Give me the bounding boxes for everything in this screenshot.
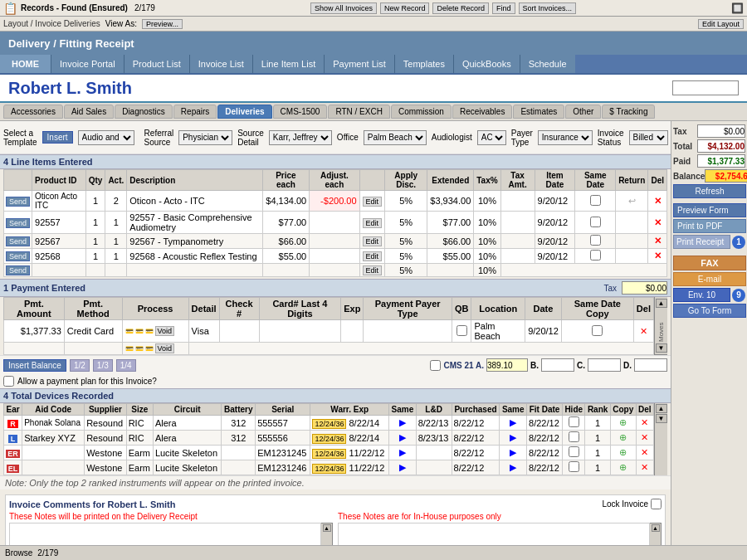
edit-layout-btn[interactable]: Edit Layout <box>698 19 744 29</box>
half-btn[interactable]: 1/2 <box>70 359 90 372</box>
tab-cms1500[interactable]: CMS-1500 <box>273 105 328 119</box>
cms-value-a[interactable] <box>486 358 528 372</box>
office-select[interactable]: Palm Beach <box>364 130 427 145</box>
del-device-3[interactable]: ✕ <box>641 447 648 457</box>
env-btn[interactable]: Env. 10 <box>673 288 730 302</box>
same-date-check-3[interactable] <box>590 235 601 246</box>
edit-btn-2[interactable]: Edit <box>363 218 383 228</box>
tab-deliveries[interactable]: Deliveries <box>217 105 271 119</box>
print-receipt-btn[interactable]: Print Receipt <box>673 235 730 249</box>
tab-repairs[interactable]: Repairs <box>173 105 217 119</box>
show-all-btn[interactable]: Show All Invoices <box>310 2 377 14</box>
tab-home[interactable]: HOME <box>0 55 51 73</box>
balance-right-value[interactable] <box>705 169 747 183</box>
tab-product-list[interactable]: Product List <box>124 55 190 73</box>
tab-quickbooks[interactable]: QuickBooks <box>454 55 520 73</box>
cms-value-b[interactable] <box>541 358 574 372</box>
tab-schedule[interactable]: Schedule <box>520 55 575 73</box>
fax-btn[interactable]: FAX <box>673 256 746 270</box>
tab-other[interactable]: Other <box>565 105 601 119</box>
delete-record-btn[interactable]: Delete Record <box>432 2 489 14</box>
quarter-btn[interactable]: 1/4 <box>116 359 136 372</box>
hide-check-4[interactable] <box>569 461 579 472</box>
tax-value[interactable] <box>622 281 667 295</box>
comments-textarea-2[interactable] <box>338 523 650 545</box>
tab-rtn-exch[interactable]: RTN / EXCH <box>328 105 390 119</box>
moves-down-btn[interactable]: ▼ <box>656 343 667 353</box>
send-btn-2[interactable]: Send <box>6 218 30 228</box>
tab-invoice-list[interactable]: Invoice List <box>190 55 253 73</box>
send-btn-3[interactable]: Send <box>6 236 30 246</box>
invoice-status-select[interactable]: Billed <box>629 130 668 145</box>
tax-right-value[interactable] <box>697 124 745 138</box>
del-device-1[interactable]: ✕ <box>641 417 648 427</box>
find-btn[interactable]: Find <box>492 2 515 14</box>
delete-icon-1[interactable]: ✕ <box>654 196 662 206</box>
tab-accessories[interactable]: Accessories <box>3 105 63 119</box>
comments-textarea-1[interactable] <box>9 523 321 545</box>
tab-payment-list[interactable]: Payment List <box>325 55 395 73</box>
same-date-copy-1[interactable] <box>592 325 603 336</box>
preview-btn[interactable]: Preview... <box>142 19 183 29</box>
total-right-value[interactable] <box>697 139 745 153</box>
referral-source-select[interactable]: Physician <box>178 130 232 145</box>
send-btn-1[interactable]: Send <box>6 197 30 207</box>
insert-balance-btn[interactable]: Insert Balance <box>3 359 66 372</box>
devices-scroll-up[interactable]: ▲ <box>656 404 667 413</box>
insert-template-btn[interactable]: Insert <box>42 131 73 144</box>
copy-icon-1[interactable]: ⊕ <box>619 417 627 427</box>
send-btn-4[interactable]: Send <box>6 251 30 261</box>
devices-scroll-down[interactable]: ▼ <box>656 414 667 423</box>
same-date-check-2[interactable] <box>590 217 601 227</box>
copy-icon-3[interactable]: ⊕ <box>619 447 627 457</box>
lock-invoice-check[interactable] <box>651 499 662 509</box>
email-btn[interactable]: E-mail <box>673 272 746 286</box>
tab-tracking[interactable]: $ Tracking <box>602 105 655 119</box>
edit-btn-5[interactable]: Edit <box>363 265 383 275</box>
copy-icon-4[interactable]: ⊕ <box>619 462 627 472</box>
search-input[interactable] <box>672 80 739 95</box>
payment-plan-check[interactable] <box>3 376 14 387</box>
edit-btn-1[interactable]: Edit <box>363 197 383 207</box>
copy-icon-2[interactable]: ⊕ <box>619 432 627 442</box>
cms-value-d[interactable] <box>634 358 667 372</box>
hide-check-3[interactable] <box>569 446 579 457</box>
delete-icon-4[interactable]: ✕ <box>654 251 662 261</box>
hide-check-1[interactable] <box>569 416 579 427</box>
tab-templates[interactable]: Templates <box>395 55 454 73</box>
delete-icon-3[interactable]: ✕ <box>654 236 662 246</box>
tab-commission[interactable]: Commission <box>391 105 452 119</box>
payer-type-select[interactable]: Insurance <box>538 130 593 145</box>
comment2-scroll-up[interactable]: ▲ <box>652 524 660 532</box>
comment1-scroll-up[interactable]: ▲ <box>323 524 331 532</box>
same-date-check-4[interactable] <box>590 250 601 261</box>
delete-icon-2[interactable]: ✕ <box>654 217 662 227</box>
cms-checkbox[interactable] <box>430 360 441 371</box>
tab-diagnostics[interactable]: Diagnostics <box>115 105 173 119</box>
goto-form-btn[interactable]: Go To Form <box>673 304 746 318</box>
tab-aid-sales[interactable]: Aid Sales <box>64 105 114 119</box>
del-device-4[interactable]: ✕ <box>641 462 648 472</box>
send-btn-5[interactable]: Send <box>6 265 30 275</box>
void-btn-2[interactable]: Void <box>155 343 175 353</box>
source-detail-select[interactable]: Karr, Jeffrey <box>269 130 332 145</box>
refresh-btn[interactable]: Refresh <box>673 184 746 198</box>
tab-invoice-portal[interactable]: Invoice Portal <box>51 55 124 73</box>
template-select[interactable]: Audio and <box>78 130 134 145</box>
moves-up-btn[interactable]: ▲ <box>656 299 667 308</box>
delete-pay-1[interactable]: ✕ <box>640 326 647 336</box>
tab-estimates[interactable]: Estimates <box>513 105 564 119</box>
edit-btn-4[interactable]: Edit <box>363 251 383 261</box>
paid-right-value[interactable] <box>697 154 745 168</box>
void-btn-1[interactable]: Void <box>155 326 175 336</box>
edit-btn-3[interactable]: Edit <box>363 236 383 246</box>
tab-line-item-list[interactable]: Line Item List <box>253 55 325 73</box>
third-btn[interactable]: 1/3 <box>93 359 113 372</box>
del-device-2[interactable]: ✕ <box>641 432 648 442</box>
cms-value-c[interactable] <box>588 358 621 372</box>
sort-invoices-btn[interactable]: Sort Invoices... <box>519 2 577 14</box>
preview-form-btn[interactable]: Preview Form <box>673 203 746 217</box>
hide-check-2[interactable] <box>569 431 579 442</box>
tab-receivables[interactable]: Receivables <box>452 105 512 119</box>
same-date-check-1[interactable] <box>590 195 601 206</box>
